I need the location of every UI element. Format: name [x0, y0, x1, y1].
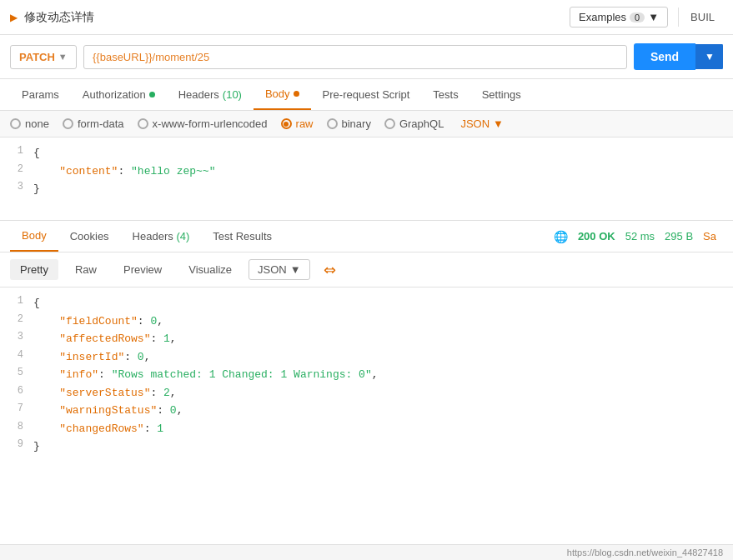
body-type-raw[interactable]: raw	[281, 118, 314, 130]
response-tabs: Body Cookies Headers (4) Test Results 🌐 …	[0, 221, 733, 252]
method-label: PATCH	[19, 51, 55, 63]
line-number: 1	[0, 295, 33, 307]
response-size: 295 B	[665, 230, 693, 242]
send-button-group: Send ▼	[634, 43, 723, 70]
radio-binary-icon	[327, 118, 338, 129]
resp-code-line-3: 3 "affectedRows": 1,	[0, 330, 733, 348]
tab-tests[interactable]: Tests	[421, 80, 469, 109]
resp-format-chevron-icon: ▼	[290, 263, 301, 276]
tab-settings-label: Settings	[482, 88, 521, 101]
radio-graphql-icon	[384, 118, 395, 129]
resp-code-line-4: 4 "insertId": 0,	[0, 348, 733, 367]
send-button[interactable]: Send	[634, 43, 695, 70]
tab-pre-request[interactable]: Pre-request Script	[311, 80, 422, 109]
resp-code-line-1: 1 {	[0, 294, 733, 312]
resp-code-line-8: 8 "changedRows": 1	[0, 420, 733, 438]
resp-sub-tab-raw[interactable]: Raw	[65, 259, 107, 280]
response-sub-tabs: Pretty Raw Preview Visualize JSON ▼ ⇔	[0, 252, 733, 288]
tab-params-label: Params	[22, 88, 59, 101]
radio-binary-label: binary	[342, 118, 371, 130]
resp-code-line-7: 7 "warningStatus": 0,	[0, 402, 733, 420]
code-content: }	[33, 181, 40, 198]
json-format-dropdown[interactable]: JSON ▼	[460, 118, 504, 130]
method-chevron-icon: ▼	[58, 52, 68, 62]
code-content: "changedRows": 1	[33, 421, 163, 438]
url-input[interactable]	[83, 45, 627, 69]
tab-authorization[interactable]: Authorization	[71, 80, 167, 109]
line-number: 5	[0, 367, 33, 378]
body-type-row: none form-data x-www-form-urlencoded raw…	[0, 111, 733, 138]
request-body-editor[interactable]: 1 { 2 "content": "hello zep~~" 3 }	[0, 138, 733, 221]
resp-sub-tab-preview[interactable]: Preview	[113, 259, 172, 280]
request-tabs: Params Authorization Headers (10) Body P…	[0, 79, 733, 111]
code-content: }	[33, 438, 40, 455]
resp-sub-tab-visualize[interactable]: Visualize	[178, 259, 242, 280]
resp-tab-cookies[interactable]: Cookies	[58, 222, 121, 251]
response-format-dropdown[interactable]: JSON ▼	[249, 259, 310, 280]
body-type-urlencoded[interactable]: x-www-form-urlencoded	[138, 118, 268, 130]
tab-headers-label: Headers	[178, 88, 219, 101]
line-number: 1	[0, 145, 33, 157]
resp-tab-test-results-label: Test Results	[213, 230, 272, 242]
status-code: 200 OK	[578, 230, 615, 242]
resp-headers-count: (4)	[176, 230, 189, 242]
tab-settings[interactable]: Settings	[470, 80, 533, 109]
response-body-editor: 1 { 2 "fieldCount": 0, 3 "affectedRows":…	[0, 288, 733, 462]
resp-code-line-6: 6 "serverStatus": 2,	[0, 384, 733, 402]
body-type-binary[interactable]: binary	[327, 118, 371, 130]
headers-count: (10)	[223, 88, 242, 101]
resp-tab-headers[interactable]: Headers (4)	[121, 222, 202, 251]
tab-tests-label: Tests	[433, 88, 458, 101]
code-content: "serverStatus": 2,	[33, 385, 177, 402]
build-button[interactable]: BUIL	[678, 8, 723, 27]
line-number: 6	[0, 385, 33, 397]
tab-params[interactable]: Params	[10, 80, 71, 109]
body-type-graphql[interactable]: GraphQL	[384, 118, 444, 130]
code-content: "affectedRows": 1,	[33, 331, 177, 348]
globe-icon: 🌐	[554, 230, 568, 243]
code-content: "fieldCount": 0,	[33, 313, 163, 330]
body-type-none[interactable]: none	[10, 118, 49, 130]
resp-tab-headers-label: Headers	[133, 230, 173, 242]
radio-form-data-label: form-data	[78, 118, 124, 130]
resp-sub-tab-raw-label: Raw	[75, 263, 97, 276]
resp-tab-body[interactable]: Body	[10, 221, 58, 252]
radio-urlencoded-icon	[138, 118, 148, 129]
line-number: 2	[0, 313, 33, 325]
radio-raw-icon	[281, 118, 292, 129]
resp-code-line-2: 2 "fieldCount": 0,	[0, 312, 733, 331]
response-time: 52 ms	[625, 230, 655, 242]
send-dropdown-button[interactable]: ▼	[695, 44, 723, 69]
examples-count: 0	[630, 12, 645, 22]
body-type-form-data[interactable]: form-data	[63, 118, 124, 130]
method-select[interactable]: PATCH ▼	[10, 45, 77, 69]
wrap-button[interactable]: ⇔	[324, 261, 336, 279]
resp-sub-tab-pretty[interactable]: Pretty	[10, 259, 58, 280]
resp-format-label: JSON	[258, 263, 287, 276]
radio-raw-label: raw	[296, 118, 314, 130]
tab-authorization-label: Authorization	[83, 88, 146, 101]
resp-tab-cookies-label: Cookies	[70, 230, 109, 242]
save-link[interactable]: Sa	[703, 230, 716, 242]
expand-arrow-icon[interactable]: ▶	[10, 12, 18, 23]
req-code-line-2: 2 "content": "hello zep~~"	[0, 162, 733, 181]
radio-urlencoded-label: x-www-form-urlencoded	[153, 118, 268, 130]
req-code-line-1: 1 {	[0, 144, 733, 162]
code-content: {	[33, 145, 40, 162]
top-bar-actions: Examples 0 ▼ BUIL	[570, 7, 723, 28]
examples-button[interactable]: Examples 0 ▼	[570, 7, 668, 28]
footer: https://blog.csdn.net/weixin_44827418	[0, 544, 733, 560]
code-content: "warningStatus": 0,	[33, 402, 183, 419]
body-dot-icon	[294, 91, 299, 97]
resp-sub-tab-pretty-label: Pretty	[20, 263, 48, 276]
line-number: 2	[0, 163, 33, 175]
tab-body[interactable]: Body	[254, 79, 311, 110]
line-number: 7	[0, 402, 33, 414]
req-code-line-3: 3 }	[0, 180, 733, 198]
resp-code-line-9: 9 }	[0, 438, 733, 456]
tab-headers[interactable]: Headers (10)	[167, 80, 254, 109]
line-number: 9	[0, 438, 33, 450]
code-content: "content": "hello zep~~"	[33, 163, 215, 180]
resp-tab-test-results[interactable]: Test Results	[201, 222, 284, 251]
json-chevron-icon: ▼	[493, 118, 504, 130]
